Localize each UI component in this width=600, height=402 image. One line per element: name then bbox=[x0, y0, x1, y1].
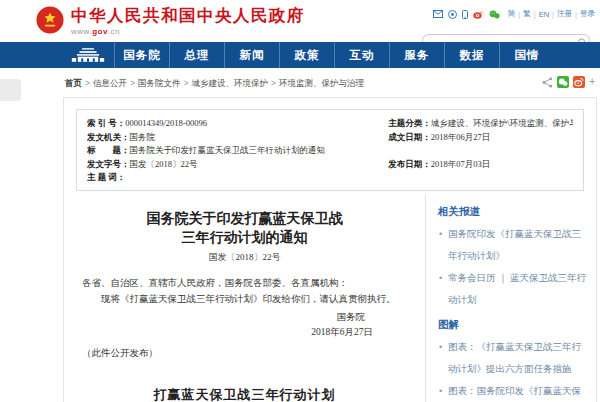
nav-item-premier[interactable]: 总理 bbox=[169, 42, 224, 68]
login-link[interactable]: 登录 bbox=[580, 9, 595, 19]
nav-item-policy[interactable]: 政策 bbox=[279, 42, 334, 68]
breadcrumb-env-monitoring[interactable]: 环境监测、保护与治理 bbox=[279, 78, 364, 90]
side-float-widget[interactable] bbox=[0, 79, 21, 101]
document-meta-table: 索 引 号：000014349/2018-00096 发文机关：国务院 标 题：… bbox=[76, 109, 584, 191]
attachment-title: 打赢蓝天保卫战三年行动计划 bbox=[82, 386, 407, 402]
lang-traditional[interactable]: 繁 bbox=[523, 9, 531, 19]
document-paragraph: 现将《打赢蓝天保卫战三年行动计划》印发给你们，请认真贯彻执行。 bbox=[82, 291, 407, 307]
sidebar-heading-infographics: 图解 bbox=[438, 318, 588, 332]
sidebar-link-related-1[interactable]: • 国务院印发《打赢蓝天保卫战三年行动计划》 bbox=[438, 223, 588, 267]
document-number: 国发〔2018〕22号 bbox=[82, 251, 407, 264]
breadcrumb: 首页 > 信息公开 > 国务院文件 > 城乡建设、环境保护 > 环境监测、保护与… bbox=[65, 78, 540, 90]
site-title: 中华人民共和国中央人民政府 bbox=[71, 6, 305, 25]
weibo-icon[interactable] bbox=[473, 10, 484, 19]
nav-home-tiananmen-icon[interactable] bbox=[62, 42, 114, 68]
document-public-note: （此件公开发布） bbox=[82, 346, 407, 361]
nav-item-news[interactable]: 新闻 bbox=[224, 42, 279, 68]
breadcrumb-home[interactable]: 首页 bbox=[65, 78, 82, 90]
breadcrumb-urban-env[interactable]: 城乡建设、环境保护 bbox=[191, 78, 268, 90]
share-wechat-icon[interactable] bbox=[557, 76, 569, 88]
nav-item-state-council[interactable]: 国务院 bbox=[114, 42, 169, 68]
main-nav: 国务院 总理 新闻 政策 互动 服务 数据 国情 bbox=[0, 42, 600, 68]
sidebar-link-chart-2[interactable]: • 图表：国务院印发《打赢蓝天保卫战三年行动计划》 bbox=[438, 380, 588, 402]
language-bar: 简 | 繁 | EN | 注册 | 登录 bbox=[508, 9, 595, 19]
meta-org-row: 发文机关：国务院 bbox=[87, 131, 388, 145]
site-url: www.gov.cn bbox=[71, 27, 305, 36]
document-body: 国务院关于印发打赢蓝天保卫战 三年行动计划的通知 国发〔2018〕22号 各省、… bbox=[64, 194, 425, 402]
meta-publish-date-row: 发布日期：2018年07月03日 bbox=[388, 158, 573, 172]
document-salutation: 各省、自治区、直辖市人民政府，国务院各部委、各直属机构： bbox=[82, 275, 407, 291]
share-more-icon[interactable]: + bbox=[589, 77, 595, 87]
meta-index-row: 索 引 号：000014349/2018-00096 bbox=[87, 117, 388, 131]
share-icon[interactable] bbox=[542, 77, 553, 88]
lang-english[interactable]: EN bbox=[539, 10, 549, 19]
wechat-icon[interactable] bbox=[489, 10, 500, 19]
bullet-icon: • bbox=[439, 267, 442, 289]
sidebar-heading-related-reports: 相关报道 bbox=[438, 205, 588, 219]
bullet-icon: • bbox=[439, 336, 442, 358]
mobile-icon[interactable] bbox=[462, 10, 468, 19]
meta-number-row: 发文字号：国发〔2018〕22号 bbox=[87, 158, 388, 172]
document-signer: 国务院 bbox=[82, 310, 407, 325]
lang-simplified[interactable]: 简 bbox=[508, 9, 516, 19]
mail-icon[interactable] bbox=[433, 10, 443, 18]
sidebar-link-chart-1[interactable]: • 图表：《打赢蓝天保卫战三年行动计划》提出六方面任务措施 bbox=[438, 336, 588, 380]
document-title: 国务院关于印发打赢蓝天保卫战 三年行动计划的通知 bbox=[82, 210, 407, 248]
nav-item-services[interactable]: 服务 bbox=[389, 42, 444, 68]
share-weibo-icon[interactable] bbox=[573, 76, 585, 88]
meta-title-row: 标 题：国务院关于印发打赢蓝天保卫战三年行动计划的通知 bbox=[87, 144, 388, 158]
meta-written-date-row: 成文日期：2018年06月27日 bbox=[388, 131, 573, 145]
nav-item-data[interactable]: 数据 bbox=[444, 42, 499, 68]
share-bar: + bbox=[542, 76, 595, 88]
meta-category-row: 主题分类：城乡建设、环境保护\环境监测、保护与治理 bbox=[388, 117, 573, 131]
breadcrumb-info-disclosure[interactable]: 信息公开 bbox=[93, 78, 127, 90]
register-link[interactable]: 注册 bbox=[557, 9, 572, 19]
sidebar-link-related-2[interactable]: • 常务会日历 ｜ 蓝天保卫战三年行动计划 bbox=[438, 267, 588, 311]
site-header: 中华人民共和国中央人民政府 www.gov.cn bbox=[0, 0, 600, 42]
site-logo[interactable]: 中华人民共和国中央人民政府 www.gov.cn bbox=[36, 6, 305, 36]
document-card: 索 引 号：000014349/2018-00096 发文机关：国务院 标 题：… bbox=[63, 97, 597, 402]
meta-keyword-row: 主 题 词： bbox=[87, 171, 388, 185]
nav-item-interact[interactable]: 互动 bbox=[334, 42, 389, 68]
document-sign-date: 2018年6月27日 bbox=[82, 325, 407, 340]
national-emblem-icon bbox=[36, 6, 64, 34]
bullet-icon: • bbox=[439, 223, 442, 245]
nav-item-national[interactable]: 国情 bbox=[499, 42, 554, 68]
bullet-icon: • bbox=[439, 380, 442, 402]
rss-icon[interactable] bbox=[448, 10, 457, 19]
breadcrumb-state-council-docs[interactable]: 国务院文件 bbox=[138, 78, 181, 90]
related-sidebar: 相关报道 • 国务院印发《打赢蓝天保卫战三年行动计划》 • 常务会日历 ｜ 蓝天… bbox=[425, 194, 596, 402]
